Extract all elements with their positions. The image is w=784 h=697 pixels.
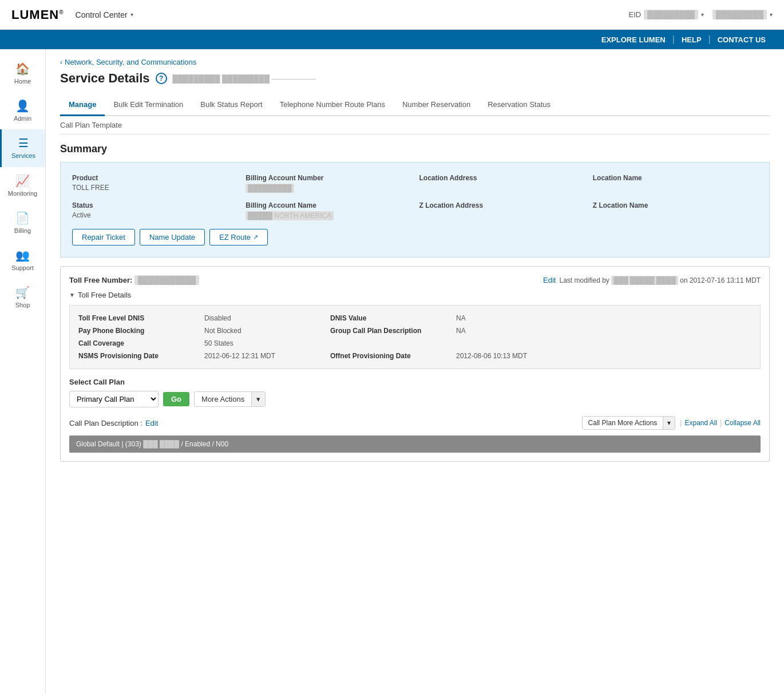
admin-icon: 👤 <box>15 99 30 113</box>
summary-title: Summary <box>60 143 770 155</box>
call-plan-desc-bar: Call Plan Description : Edit Call Plan M… <box>69 416 761 430</box>
expand-all-link[interactable]: Expand All <box>684 419 717 427</box>
call-plan-desc-left: Call Plan Description : Edit <box>69 419 158 427</box>
global-default-text: Global Default | (303) <box>76 440 141 448</box>
sidebar-item-monitoring[interactable]: 📈 Monitoring <box>0 167 45 204</box>
field-ban-label: Billing Account Number <box>246 174 410 182</box>
call-plan-more-actions-arrow[interactable]: ▾ <box>663 417 675 429</box>
action-buttons: Repair Ticket Name Update EZ Route ↗ <box>72 229 758 245</box>
shop-icon: 🛒 <box>15 286 30 299</box>
sidebar-label-admin: Admin <box>14 115 31 122</box>
lumen-logo: LUMEN® <box>11 7 64 22</box>
support-icon: 👥 <box>15 248 30 262</box>
field-z-location-addr: Z Location Address <box>419 201 584 220</box>
toll-free-label: Toll Free Number: <box>69 276 132 284</box>
breadcrumb[interactable]: ‹ Network, Security, and Communications <box>60 58 770 66</box>
breadcrumb-arrow: ‹ <box>60 58 62 66</box>
name-update-button[interactable]: Name Update <box>140 229 205 245</box>
toll-free-edit-link[interactable]: Edit <box>543 276 556 284</box>
details-table: Toll Free Level DNIS Disabled DNIS Value… <box>69 305 761 369</box>
detail-label-1: DNIS Value <box>330 314 445 322</box>
select-call-plan-section: Select Call Plan Primary Call Plan Secon… <box>69 378 761 407</box>
eid-label: EID <box>629 10 642 19</box>
toll-free-right: Edit Last modified by ███ █████ ████ on … <box>543 276 761 285</box>
sidebar-item-support[interactable]: 👥 Support <box>0 241 45 279</box>
help-link[interactable]: HELP <box>675 35 708 44</box>
sub-tabs: Call Plan Template <box>60 116 770 134</box>
toll-free-number-area: Toll Free Number: ███████████ <box>69 275 199 285</box>
sub-tab-call-plan-template[interactable]: Call Plan Template <box>60 118 122 132</box>
last-modified-text: Last modified by ███ █████ ████ on 2012-… <box>559 276 761 285</box>
field-billing-name: Billing Account Name █████ NORTH AMERICA <box>246 201 410 220</box>
global-default-blurred: ███ ████ <box>143 440 179 448</box>
control-center-button[interactable]: Control Center ▾ <box>76 10 133 19</box>
detail-label-0: Toll Free Level DNIS <box>78 314 193 322</box>
repair-ticket-button[interactable]: Repair Ticket <box>72 229 135 245</box>
field-location-name: Location Name <box>593 174 758 193</box>
control-center-label: Control Center <box>76 10 128 19</box>
tab-manage[interactable]: Manage <box>60 94 105 116</box>
explore-lumen-link[interactable]: EXPLORE LUMEN <box>595 35 672 44</box>
tabs: Manage Bulk Edit Termination Bulk Status… <box>60 94 770 116</box>
sidebar-item-services[interactable]: ☰ Services <box>0 129 45 167</box>
global-default-suffix: / Enabled / N00 <box>181 440 228 448</box>
ez-route-button[interactable]: EZ Route ↗ <box>209 229 268 245</box>
sidebar-item-shop[interactable]: 🛒 Shop <box>0 279 45 316</box>
field-ban: Billing Account Number █████████ <box>246 174 410 193</box>
go-button[interactable]: Go <box>163 392 189 406</box>
call-plan-more-actions-label[interactable]: Call Plan More Actions <box>583 417 663 429</box>
tab-bulk-edit[interactable]: Bulk Edit Termination <box>105 94 192 115</box>
call-plan-dropdown[interactable]: Primary Call Plan Secondary Call Plan <box>69 391 159 407</box>
field-product-value: TOLL FREE <box>72 184 237 192</box>
eid-value: █████████ <box>644 10 698 19</box>
more-actions-button[interactable]: More Actions ▾ <box>194 391 266 407</box>
tab-res-status[interactable]: Reservation Status <box>479 94 559 115</box>
tab-bulk-status[interactable]: Bulk Status Report <box>192 94 271 115</box>
detail-label-6: NSMS Provisioning Date <box>78 352 193 360</box>
global-default-row: Global Default | (303) ███ ████ / Enable… <box>69 435 761 453</box>
sidebar-label-shop: Shop <box>15 302 30 309</box>
last-modified-date: on 2012-07-16 13:11 MDT <box>680 276 761 284</box>
detail-label-5 <box>330 339 445 347</box>
last-modified-user: ███ █████ ████ <box>611 276 678 285</box>
toggle-triangle: ▼ <box>69 292 75 298</box>
field-product: Product TOLL FREE <box>72 174 237 193</box>
call-plan-desc-edit-link[interactable]: Edit <box>145 419 158 427</box>
field-location-name-label: Location Name <box>593 174 758 182</box>
detail-value-3: NA <box>456 327 571 335</box>
field-location-addr: Location Address <box>419 174 584 193</box>
sidebar-label-support: Support <box>11 264 34 272</box>
billing-icon: 📄 <box>15 211 30 225</box>
field-z-location-name-label: Z Location Name <box>593 201 758 209</box>
detail-label-4: Call Coverage <box>78 339 193 347</box>
contact-us-link[interactable]: CONTACT US <box>711 35 773 44</box>
help-icon[interactable]: ? <box>156 73 167 84</box>
collapse-all-link[interactable]: Collapse All <box>724 419 761 427</box>
services-icon: ☰ <box>18 136 29 150</box>
sidebar-item-billing[interactable]: 📄 Billing <box>0 204 45 241</box>
more-actions-label[interactable]: More Actions <box>195 392 252 406</box>
toll-free-number-value: ███████████ <box>134 275 199 285</box>
logo-trademark: ® <box>59 9 64 15</box>
tab-number-res[interactable]: Number Reservation <box>394 94 479 115</box>
external-link-icon: ↗ <box>253 233 258 241</box>
eid-chevron: ▾ <box>701 11 704 18</box>
sidebar-item-admin[interactable]: 👤 Admin <box>0 92 45 129</box>
control-center-chevron: ▾ <box>130 11 133 18</box>
more-actions-arrow[interactable]: ▾ <box>252 392 265 406</box>
detail-label-7: Offnet Provisioning Date <box>330 352 445 360</box>
details-toggle[interactable]: ▼ Toll Free Details <box>69 291 761 299</box>
call-plan-desc-label: Call Plan Description : <box>69 419 142 427</box>
tab-tn-route[interactable]: Telephone Number Route Plans <box>271 94 394 115</box>
sidebar-item-home[interactable]: 🏠 Home <box>0 55 45 92</box>
sidebar-label-monitoring: Monitoring <box>8 190 37 197</box>
eid-section[interactable]: EID █████████ ▾ <box>629 10 704 19</box>
page-title-row: Service Details ? █████████ █████████ ——… <box>60 71 770 86</box>
user-section[interactable]: █████████ ▾ <box>712 10 773 19</box>
call-plan-more-actions-button[interactable]: Call Plan More Actions ▾ <box>582 416 676 430</box>
pipe1: | <box>680 419 682 427</box>
toll-free-header: Toll Free Number: ███████████ Edit Last … <box>69 275 761 285</box>
call-plan-controls: Primary Call Plan Secondary Call Plan Go… <box>69 391 761 407</box>
field-billing-name-value: █████ NORTH AMERICA <box>246 211 334 220</box>
sidebar-label-home: Home <box>14 78 31 85</box>
